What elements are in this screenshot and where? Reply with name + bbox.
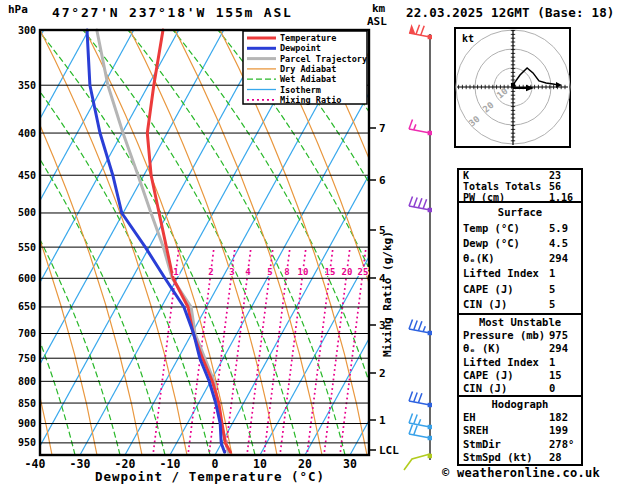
isotherm-line	[0, 30, 89, 455]
wind-barb-half-tick	[414, 124, 416, 129]
wind-barb	[409, 392, 432, 408]
stats-row: Totals Totals56	[459, 181, 581, 192]
km-tick-label: 1	[379, 414, 386, 427]
stats-value: 0	[549, 382, 555, 394]
temp-tick-label: 30	[343, 457, 357, 471]
stats-label: Lifted Index	[463, 267, 539, 279]
stats-value: 294	[549, 342, 568, 354]
pressure-tick-label: 950	[18, 437, 36, 448]
stats-label: CIN (J)	[463, 382, 507, 394]
mixing-ratio-value-label: 3	[229, 267, 234, 277]
wind-barb-full-tick	[418, 393, 422, 403]
pressure-tick-label: 550	[18, 242, 36, 253]
km-tick-label: 2	[379, 367, 386, 380]
pressure-tick-label: 750	[18, 353, 36, 364]
skewt-sounding-page: { "header": { "pressure_unit": "hPa", "t…	[0, 0, 629, 486]
stats-value: 1	[549, 356, 555, 368]
stats-label: StmSpd (kt)	[463, 451, 533, 463]
legend-item-label: Dewpoint	[280, 43, 321, 53]
legend-item-label: Parcel Trajectory	[280, 54, 367, 64]
wind-barb	[409, 120, 432, 136]
km-tick-label: 7	[379, 122, 386, 135]
station-title: 47°27'N 237°18'W 155m ASL	[52, 5, 293, 20]
pressure-axis-unit: hPa	[8, 3, 28, 16]
wind-barb-full-tick	[409, 392, 413, 402]
stats-row: Lifted Index1	[459, 267, 581, 279]
stats-value: 56	[549, 181, 561, 192]
stats-label: EH	[463, 411, 476, 423]
stats-value: 5	[549, 283, 555, 295]
pressure-tick-label: 650	[18, 301, 36, 312]
wind-barb-full-tick	[409, 425, 413, 435]
altitude-axis-unit-km: km	[372, 2, 385, 15]
wind-barb-full-tick	[409, 320, 413, 330]
stats-box-title: Hodograph	[459, 398, 581, 410]
pressure-tick-label: 350	[18, 80, 36, 91]
altitude-axis-unit-asl: ASL	[367, 15, 387, 28]
stats-row: CAPE (J)5	[459, 283, 581, 295]
wind-barb-full-tick	[409, 197, 413, 207]
mixing-ratio-value-label: 20	[342, 267, 353, 277]
temp-tick-label: -40	[25, 457, 46, 471]
stats-value: 23	[549, 170, 561, 181]
stats-value: 4.5	[549, 237, 568, 249]
wind-barb-shaft	[409, 434, 430, 438]
mixing-ratio-value-label: 1	[173, 267, 178, 277]
pressure-tick-label: 400	[18, 128, 36, 139]
mixing-ratio-value-label: 2	[208, 267, 213, 277]
stats-row: StmDir278°	[459, 438, 581, 450]
stats-box-title: Most Unstable	[459, 316, 581, 328]
stats-value: 5.9	[549, 222, 568, 234]
stats-value: 182	[549, 411, 568, 423]
stats-label: CAPE (J)	[463, 369, 514, 381]
stats-row: Pressure (mb)975	[459, 329, 581, 341]
wind-barb	[404, 454, 432, 470]
stats-row: Dewp (°C)4.5	[459, 237, 581, 249]
stats-row: CAPE (J)15	[459, 369, 581, 381]
stats-value: 278°	[549, 438, 574, 450]
stats-row: EH182	[459, 411, 581, 423]
stats-label: SREH	[463, 424, 488, 436]
stats-label: CIN (J)	[463, 298, 507, 310]
stats-value: 1	[549, 267, 555, 279]
wind-barb-shaft	[409, 33, 430, 37]
stats-label: Totals Totals	[463, 181, 541, 192]
pressure-tick-label: 800	[18, 376, 36, 387]
pressure-tick-label: 850	[18, 398, 36, 409]
mixing-ratio-line	[280, 250, 306, 455]
wet-adiabat-line	[0, 30, 75, 455]
mixing-ratio-value-label: 10	[298, 267, 309, 277]
wind-barb-full-tick	[414, 414, 418, 424]
pressure-tick-label: 900	[18, 418, 36, 429]
stats-box: SurfaceTemp (°C)5.9Dewp (°C)4.5θₑ(K)294L…	[457, 201, 583, 315]
stats-value: 975	[549, 329, 568, 341]
wind-barb	[409, 24, 432, 39]
legend-item-label: Wet Adiabat	[280, 74, 336, 84]
stats-label: K	[463, 170, 469, 181]
pressure-tick-label: 500	[18, 207, 36, 218]
wind-barb	[409, 414, 432, 430]
pressure-tick-label: 450	[18, 170, 36, 181]
stats-row: SREH199	[459, 424, 581, 436]
mixing-ratio-line	[247, 250, 273, 455]
stats-row: CIN (J)0	[459, 382, 581, 394]
stats-label: Pressure (mb)	[463, 329, 545, 341]
wind-barb	[409, 320, 432, 336]
legend-item-label: Dry Adiabat	[280, 64, 336, 74]
run-datetime-title: 22.03.2025 12GMT (Base: 18)	[406, 5, 615, 20]
stats-row: CIN (J)5	[459, 298, 581, 310]
wind-barb-full-tick	[423, 199, 427, 209]
wind-barb-full-tick	[409, 414, 413, 424]
stats-box: HodographEH182SREH199StmDir278°StmSpd (k…	[457, 395, 583, 466]
wind-barb-pennant	[409, 24, 416, 34]
stats-label: Lifted Index	[463, 356, 539, 368]
stats-value: 28	[549, 451, 562, 463]
stats-value: 294	[549, 252, 568, 264]
stats-label: CAPE (J)	[463, 283, 514, 295]
wind-barb-half-tick	[423, 326, 425, 332]
hodograph-trace-start-marker	[511, 83, 515, 87]
stats-label: θₑ(K)	[463, 252, 495, 264]
wind-barb-full-tick	[414, 392, 418, 402]
wind-barb-full-tick	[416, 25, 420, 35]
wind-barb-full-tick	[414, 197, 418, 207]
